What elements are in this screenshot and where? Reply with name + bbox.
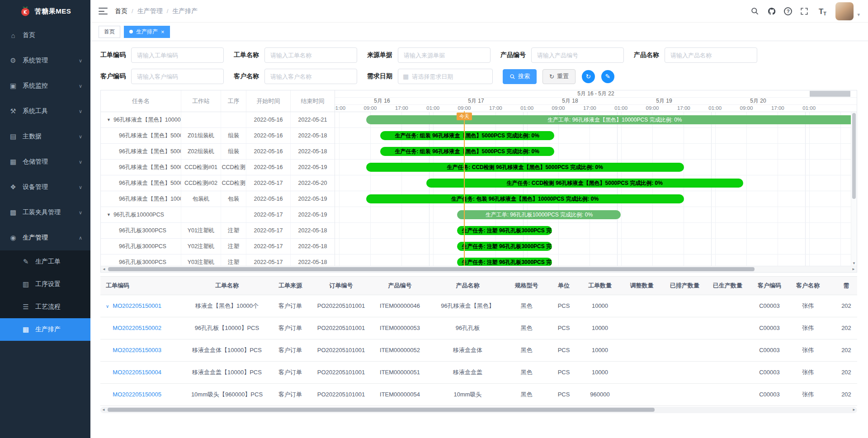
gantt-horizontal-scroll-thumb[interactable] [108, 267, 755, 271]
demand-date-input[interactable] [412, 73, 488, 80]
work-order-link[interactable]: MO202205150001 [113, 302, 161, 309]
gantt-task-row[interactable]: 96孔移液盒【黑色】5000PCSZ01组装机组装2022-05-162022-… [101, 128, 335, 144]
app-root: 苦糖果MES ⌂首页⚙系统管理∨▣系统监控∨⚒系统工具∨▤主数据∨▦仓储管理∨❖… [0, 0, 868, 438]
gantt-vertical-scrollbar[interactable]: ▼ [851, 112, 857, 266]
sidebar-item-production-mgmt[interactable]: ◉生产管理∧ [0, 225, 90, 250]
edit-circle-button[interactable]: ✎ [601, 70, 614, 83]
breadcrumb-item[interactable]: 首页 [115, 7, 127, 15]
gantt-task-bar[interactable]: 生产任务: 注塑 96孔孔板3000PCS 完成比例: 0% [457, 242, 552, 251]
source-doc-input[interactable] [398, 47, 491, 63]
gantt-start-cell: 2022-05-17 [246, 207, 291, 222]
cell-item-no: ITEM00000052 [369, 339, 430, 361]
help-icon[interactable]: ? [784, 7, 792, 15]
work-order-link[interactable]: MO202205150005 [113, 391, 161, 398]
gantt-task-bar[interactable]: 生产任务: 注塑 96孔孔板3000PCS 完成比例: 0% [457, 226, 552, 235]
gantt-task-row[interactable]: ▼96孔孔板10000PCS2022-05-172022-05-19 [101, 207, 335, 223]
date-input[interactable]: ▦ [398, 69, 493, 84]
customer-code-input[interactable] [131, 69, 224, 84]
breadcrumb-item[interactable]: 生产管理 [137, 7, 163, 15]
gantt-order-bar[interactable]: 生产工单: 96孔孔板10000PCS 完成比例: 0% [457, 210, 621, 219]
search-button[interactable]: 搜索 [503, 69, 537, 84]
gantt-task-bar[interactable]: 生产任务: CCD检测 96孔移液盒【黑色】5000PCS 完成比例: 0% [366, 163, 684, 172]
gantt-day-gridline [805, 112, 806, 266]
bar-label: 生产任务: 注塑 96孔孔板3000PCS 完成比例: 0% [462, 227, 552, 235]
task-name-text: 96孔移液盒【黑色】5000PCS [119, 164, 181, 171]
tab-schedule[interactable]: 生产排产× [124, 26, 170, 38]
gantt-range-scroll-thumb[interactable] [810, 91, 850, 97]
gantt-task-bar[interactable]: 生产任务: 组装 96孔移液盒【黑色】5000PCS 完成比例: 0% [380, 131, 554, 140]
scroll-left-arrow-icon[interactable]: ◄ [101, 266, 107, 272]
product-name-input[interactable] [665, 47, 757, 63]
sidebar-item-home[interactable]: ⌂首页 [0, 23, 90, 48]
bar-label: 生产任务: 组装 96孔移液盒【黑色】5000PCS 完成比例: 0% [395, 132, 539, 140]
hamburger-icon[interactable] [99, 8, 108, 14]
gantt-task-bar[interactable]: 生产任务: 组装 96孔移液盒【黑色】5000PCS 完成比例: 0% [380, 147, 554, 156]
table-horizontal-scrollbar[interactable]: ◄ ► [100, 407, 857, 413]
gantt-task-row[interactable]: 96孔孔板3000PCSY01注塑机注塑2022-05-172022-05-18 [101, 223, 335, 239]
gantt-task-bar[interactable]: 生产任务: 包装 96孔移液盒【黑色】10000PCS 完成比例: 0% [366, 194, 684, 203]
github-icon[interactable] [767, 6, 777, 16]
gantt-start-cell: 2022-05-17 [246, 223, 291, 238]
sidebar-item-label: 生产管理 [23, 234, 48, 242]
sidebar-item-equipment-mgmt[interactable]: ❖设备管理∨ [0, 174, 90, 200]
chevron-down-icon[interactable]: ▾ [857, 12, 860, 18]
gantt-task-row[interactable]: 96孔移液盒【黑色】10000PCS包装机包装2022-05-162022-05… [101, 191, 335, 207]
sidebar-item-warehouse-mgmt[interactable]: ▦仓储管理∨ [0, 149, 90, 174]
gantt-task-bar[interactable]: 生产任务: CCD检测 96孔移液盒【黑色】5000PCS 完成比例: 0% [426, 179, 743, 188]
customer-name-input[interactable] [264, 69, 357, 84]
gantt-task-row[interactable]: 96孔移液盒【黑色】5000PCSCCD检测#01CCD检测2022-05-16… [101, 160, 335, 175]
gantt-start-cell: 2022-05-16 [246, 160, 291, 175]
submenu-production-mgmt: ✎生产工单▥工序设置☰工艺流程▦生产排产 [0, 250, 90, 341]
caret-down-icon[interactable]: ▼ [107, 118, 111, 122]
gantt-hour-label: 09:00 [552, 105, 565, 112]
sidebar-item-master-data[interactable]: ▤主数据∨ [0, 124, 90, 149]
work-order-code-input[interactable] [131, 47, 224, 63]
avatar[interactable] [835, 2, 854, 20]
work-order-name-input[interactable] [264, 47, 357, 63]
sidebar-item-work-order[interactable]: ✎生产工单 [0, 250, 90, 273]
work-order-link[interactable]: MO202205150002 [113, 325, 161, 331]
gantt-hour-label: 09:00 [458, 105, 471, 112]
tab-close-icon[interactable]: × [161, 29, 165, 35]
gantt-horizontal-scrollbar[interactable]: ◄ ► [101, 266, 857, 272]
gantt-task-name-cell: ▼96孔移液盒【黑色】10000PCS [101, 112, 181, 127]
sidebar-item-process-flow[interactable]: ☰工艺流程 [0, 296, 90, 318]
sidebar-item-system-monitor[interactable]: ▣系统监控∨ [0, 73, 90, 99]
caret-down-icon[interactable]: ▼ [107, 212, 111, 217]
app-logo[interactable]: 苦糖果MES [0, 0, 90, 23]
search-icon[interactable] [750, 6, 760, 16]
sidebar-item-system-mgmt[interactable]: ⚙系统管理∨ [0, 48, 90, 73]
sidebar-item-schedule[interactable]: ▦生产排产 [0, 318, 90, 341]
gantt-process-cell: 注塑 [221, 223, 246, 238]
fullscreen-icon[interactable] [799, 6, 809, 16]
gantt-task-bar[interactable]: 生产任务: 注塑 96孔孔板3000PCS 完成比例: 0% [457, 258, 552, 266]
font-size-icon[interactable]: TT [816, 6, 828, 16]
gantt-task-row[interactable]: 96孔移液盒【黑色】5000PCSZ02组装机组装2022-05-162022-… [101, 144, 335, 160]
gantt-station-cell: CCD检测#02 [181, 175, 221, 191]
gantt-task-row[interactable]: 96孔孔板3000PCSY02注塑机注塑2022-05-172022-05-18 [101, 239, 335, 254]
gantt-process-cell: 注塑 [221, 239, 246, 254]
gantt-end-cell: 2022-05-19 [291, 207, 335, 222]
reset-button[interactable]: ↻ 重置 [542, 69, 576, 84]
table-horizontal-scroll-thumb[interactable] [108, 408, 655, 412]
tab-home[interactable]: 首页 [99, 26, 120, 38]
gantt-vertical-scroll-thumb[interactable] [852, 113, 856, 199]
scroll-left-arrow-icon[interactable]: ◄ [100, 407, 107, 413]
refresh-circle-button[interactable]: ↻ [582, 70, 595, 83]
gantt-task-row[interactable]: ▼96孔移液盒【黑色】10000PCS2022-05-162022-05-21 [101, 112, 335, 128]
breadcrumb: 首页/生产管理/生产排产 [115, 7, 198, 15]
gantt-task-row[interactable]: 96孔孔板3000PCSY03注塑机注塑2022-05-172022-05-18 [101, 254, 335, 266]
row-expand-caret-icon[interactable]: ∨ [106, 304, 109, 309]
scroll-right-arrow-icon[interactable]: ► [850, 266, 857, 272]
gantt-order-bar[interactable]: 生产工单: 96孔移液盒【黑色】10000PCS 完成比例: 0% [366, 115, 857, 124]
sidebar-item-process-setting[interactable]: ▥工序设置 [0, 273, 90, 296]
sidebar-item-fixture-mgmt[interactable]: ▩工装夹具管理∨ [0, 200, 90, 225]
breadcrumb-item[interactable]: 生产排产 [172, 7, 198, 15]
scroll-right-arrow-icon[interactable]: ► [851, 407, 857, 413]
sidebar-item-system-tools[interactable]: ⚒系统工具∨ [0, 99, 90, 124]
product-code-input[interactable] [531, 47, 624, 63]
gantt-task-row[interactable]: 96孔移液盒【黑色】5000PCSCCD检测#02CCD检测2022-05-17… [101, 175, 335, 191]
scroll-down-arrow-icon[interactable]: ▼ [851, 261, 857, 265]
work-order-link[interactable]: MO202205150003 [113, 347, 161, 353]
work-order-link[interactable]: MO202205150004 [113, 369, 161, 376]
